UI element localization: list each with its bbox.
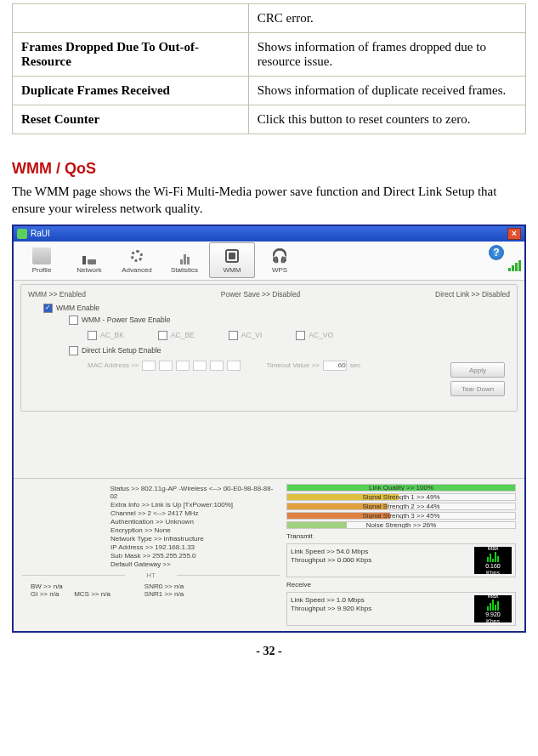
mac-field: [193, 361, 207, 371]
info-snr1: SNR1 >> n/a: [144, 590, 184, 598]
checkbox-label: AC_BK: [100, 331, 124, 339]
checkbox-label: WMM Enable: [56, 304, 99, 312]
info-auth: Authentication >> Unknown: [110, 518, 194, 526]
definition-table: CRC error. Frames Dropped Due To Out-of-…: [12, 3, 526, 134]
tab-wps[interactable]: 🎧 WPS: [257, 242, 303, 278]
tab-network[interactable]: Network: [66, 242, 112, 278]
status-panel: Status >> 802.11g-AP -Wireless <--> 00-E…: [14, 478, 524, 631]
titlebar: RaUI ×: [14, 226, 524, 242]
tab-label: Network: [76, 266, 101, 274]
mac-field: [176, 361, 190, 371]
info-ip: IP Address >> 192.168.1.33: [110, 543, 195, 551]
info-mcs: MCS >> n/a: [74, 590, 110, 598]
tx-speed-gauge: Max 0.160 Kbps: [474, 547, 512, 574]
apply-button[interactable]: Apply: [450, 362, 505, 378]
checkbox-powersave[interactable]: [69, 315, 78, 325]
status-directlink: Direct Link >> Disabled: [435, 290, 510, 298]
app-window: RaUI × Profile Network Advanced: [12, 225, 526, 633]
help-icon[interactable]: ?: [489, 245, 504, 260]
wmm-setup-group: WMM >> Enabled Power Save >> Disabled Di…: [20, 284, 518, 412]
bar-noise: Noise Strength >> 26%: [286, 521, 516, 529]
checkbox-label: AC_BE: [171, 331, 195, 339]
app-icon: [17, 229, 27, 239]
bar-signal-2: Signal Strength 2 >> 44%: [286, 503, 516, 510]
close-icon[interactable]: ×: [507, 228, 521, 240]
def-desc: Click this button to reset counters to z…: [248, 105, 525, 134]
timeout-unit: sec: [350, 361, 360, 369]
info-gateway: Default Gateway >>: [110, 560, 171, 568]
mac-field: [210, 361, 224, 371]
checkbox-ac-vo: [296, 331, 305, 340]
tx-throughput: Throughput >> 0.000 Kbps: [291, 556, 471, 564]
def-desc: Shows information of duplicate received …: [248, 77, 525, 105]
tab-label: Advanced: [122, 266, 152, 274]
page-number: - 32 -: [12, 645, 526, 658]
checkbox-dls[interactable]: [69, 346, 78, 355]
info-encryption: Encryption >> None: [110, 526, 171, 534]
tab-label: Statistics: [171, 266, 198, 274]
checkbox-ac-bk: [88, 331, 97, 340]
receive-label: Receive: [286, 581, 516, 588]
network-icon: [80, 247, 99, 264]
def-label: Reset Counter: [13, 105, 249, 134]
ht-divider: HT: [22, 571, 280, 579]
teardown-button[interactable]: Tear Down: [450, 381, 505, 396]
info-extra: Extra Info >> Link is Up [TxPower:100%]: [110, 501, 233, 509]
checkbox-label: Direct Link Setup Enable: [82, 346, 161, 355]
def-label: [13, 4, 249, 33]
rx-throughput: Throughput >> 9.920 Kbps: [291, 605, 471, 612]
checkbox-wmm-enable[interactable]: ✓: [43, 304, 53, 313]
profile-icon: [32, 247, 51, 264]
info-status: Status >> 802.11g-AP -Wireless <--> 00-E…: [110, 485, 280, 500]
status-powersave: Power Save >> Disabled: [221, 290, 301, 298]
signal-icon: [508, 260, 521, 271]
def-label: Frames Dropped Due To Out-of-Resource: [13, 33, 249, 77]
wmm-icon: [223, 247, 241, 264]
timeout-label: Timeout Value >>: [266, 361, 319, 369]
info-gi: GI >> n/a: [31, 590, 59, 598]
section-heading: WMM / QoS: [12, 160, 526, 178]
tab-label: WMM: [224, 266, 241, 274]
checkbox-label: WMM - Power Save Enable: [82, 315, 170, 324]
info-network-type: Network Type >> Infrastructure: [110, 535, 204, 543]
timeout-field: [323, 361, 347, 371]
tab-wmm[interactable]: WMM: [209, 242, 255, 278]
toolbar: Profile Network Advanced Statistics: [14, 242, 524, 281]
status-wmm: WMM >> Enabled: [28, 290, 86, 298]
info-channel: Channel >> 2 <--> 2417 MHz: [110, 509, 199, 517]
info-snr0: SNR0 >> n/a: [144, 583, 184, 590]
checkbox-ac-be: [158, 331, 167, 340]
gear-icon: [127, 247, 146, 264]
checkbox-label: AC_VO: [309, 331, 333, 339]
tab-statistics[interactable]: Statistics: [161, 242, 207, 278]
wps-icon: 🎧: [270, 247, 289, 264]
mac-field: [227, 361, 241, 371]
chart-icon: [175, 247, 194, 264]
bar-link-quality: Link Quality >> 100%: [286, 484, 516, 492]
rx-link: Link Speed >> 1.0 Mbps: [291, 596, 471, 604]
info-bw: BW >> n/a: [31, 583, 110, 590]
bar-signal-1: Signal Strength 1 >> 49%: [286, 493, 516, 501]
mac-label: MAC Address >>: [88, 361, 139, 369]
tab-advanced[interactable]: Advanced: [114, 242, 160, 278]
tx-link: Link Speed >> 54.0 Mbps: [291, 548, 471, 555]
mac-field: [142, 361, 156, 371]
transmit-label: Transmit: [286, 532, 516, 540]
receive-box: Link Speed >> 1.0 Mbps Throughput >> 9.9…: [286, 592, 516, 626]
tab-profile[interactable]: Profile: [19, 242, 65, 278]
transmit-box: Link Speed >> 54.0 Mbps Throughput >> 0.…: [286, 543, 516, 577]
tab-label: WPS: [272, 266, 287, 274]
def-desc: CRC error.: [248, 4, 525, 33]
mac-field: [159, 361, 173, 371]
def-label: Duplicate Frames Received: [13, 77, 249, 105]
bar-signal-3: Signal Strength 3 >> 45%: [286, 512, 516, 520]
tab-label: Profile: [32, 266, 52, 274]
rx-speed-gauge: Max 9.920 Kbps: [474, 595, 512, 622]
app-title: RaUI: [31, 229, 50, 238]
checkbox-label: AC_VI: [241, 331, 263, 339]
info-mask: Sub Mask >> 255.255.255.0: [110, 552, 196, 560]
checkbox-ac-vi: [229, 331, 238, 340]
def-desc: Shows information of frames dropped due …: [248, 33, 525, 77]
section-intro: The WMM page shows the Wi-Fi Multi-Media…: [12, 183, 526, 218]
